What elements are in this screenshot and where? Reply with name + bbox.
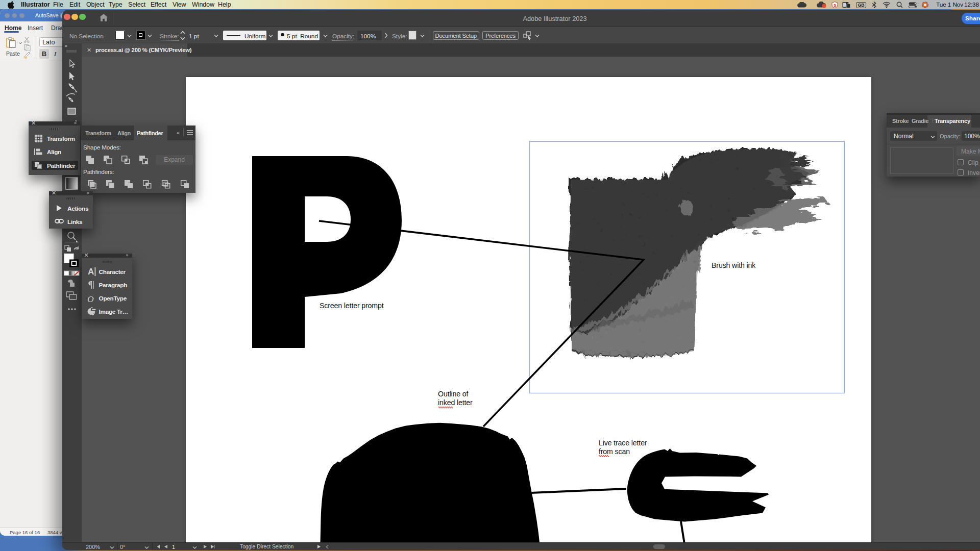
svg-text:from scan: from scan — [599, 447, 630, 456]
svg-text:inked letter: inked letter — [438, 398, 473, 407]
svg-text:A: A — [88, 267, 94, 276]
svg-text:»: » — [65, 43, 67, 48]
svg-text:GB: GB — [858, 3, 865, 8]
svg-text:O: O — [87, 294, 94, 303]
svg-text:S: S — [834, 3, 837, 8]
svg-text:Screen letter prompt: Screen letter prompt — [320, 302, 384, 310]
svg-text:Live trace letter: Live trace letter — [599, 439, 647, 447]
svg-text:Outline of: Outline of — [438, 390, 468, 398]
svg-text:Brush with ink: Brush with ink — [712, 261, 756, 269]
